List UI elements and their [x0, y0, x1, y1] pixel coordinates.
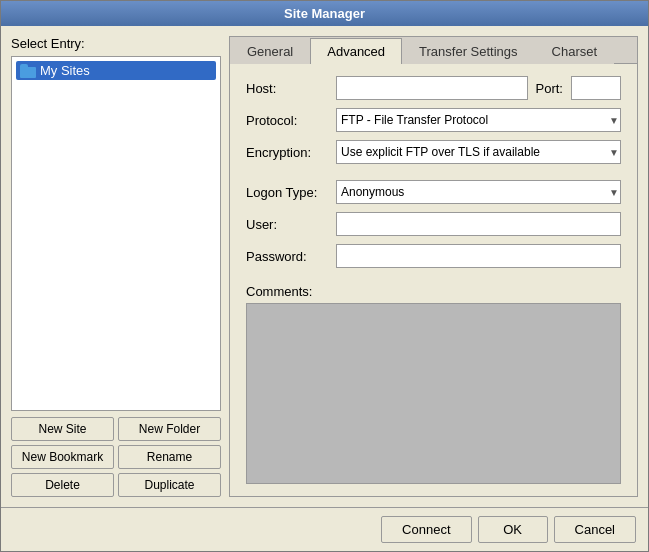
encryption-label: Encryption:: [246, 145, 336, 160]
button-grid: New Site New Folder New Bookmark Rename …: [11, 417, 221, 497]
window-title: Site Manager: [284, 6, 365, 21]
encryption-select[interactable]: Use explicit FTP over TLS if available: [336, 140, 621, 164]
tree-area[interactable]: My Sites: [11, 56, 221, 411]
select-entry-label: Select Entry:: [11, 36, 221, 51]
right-panel: General Advanced Transfer Settings Chars…: [229, 36, 638, 497]
logon-type-label: Logon Type:: [246, 185, 336, 200]
my-sites-label: My Sites: [40, 63, 90, 78]
logon-type-select[interactable]: Anonymous: [336, 180, 621, 204]
port-label: Port:: [536, 81, 563, 96]
tab-transfer-settings[interactable]: Transfer Settings: [402, 38, 535, 64]
host-input[interactable]: [336, 76, 528, 100]
site-manager-window: Site Manager Select Entry: My Sites New …: [0, 0, 649, 552]
rename-button[interactable]: Rename: [118, 445, 221, 469]
user-row: User:: [246, 212, 621, 236]
encryption-wrapper: Use explicit FTP over TLS if available ▼: [336, 140, 621, 164]
protocol-row: Protocol: FTP - File Transfer Protocol ▼: [246, 108, 621, 132]
new-folder-button[interactable]: New Folder: [118, 417, 221, 441]
cancel-button[interactable]: Cancel: [554, 516, 636, 543]
new-bookmark-button[interactable]: New Bookmark: [11, 445, 114, 469]
password-input[interactable]: [336, 244, 621, 268]
password-row: Password:: [246, 244, 621, 268]
tab-charset[interactable]: Charset: [535, 38, 615, 64]
separator-1: [246, 172, 621, 180]
content-area: Select Entry: My Sites New Site New Fold…: [1, 26, 648, 507]
protocol-wrapper: FTP - File Transfer Protocol ▼: [336, 108, 621, 132]
port-input[interactable]: [571, 76, 621, 100]
logon-type-row: Logon Type: Anonymous ▼: [246, 180, 621, 204]
host-row: Host: Port:: [246, 76, 621, 100]
encryption-row: Encryption: Use explicit FTP over TLS if…: [246, 140, 621, 164]
logon-type-wrapper: Anonymous ▼: [336, 180, 621, 204]
footer: Connect OK Cancel: [1, 507, 648, 551]
user-label: User:: [246, 217, 336, 232]
ok-button[interactable]: OK: [478, 516, 548, 543]
tab-advanced[interactable]: Advanced: [310, 38, 402, 64]
folder-icon: [20, 64, 36, 78]
separator-2: [246, 276, 621, 284]
new-site-button[interactable]: New Site: [11, 417, 114, 441]
comments-area[interactable]: [246, 303, 621, 484]
protocol-label: Protocol:: [246, 113, 336, 128]
my-sites-item[interactable]: My Sites: [16, 61, 216, 80]
duplicate-button[interactable]: Duplicate: [118, 473, 221, 497]
connect-button[interactable]: Connect: [381, 516, 471, 543]
delete-button[interactable]: Delete: [11, 473, 114, 497]
left-panel: Select Entry: My Sites New Site New Fold…: [11, 36, 221, 497]
tabs: General Advanced Transfer Settings Chars…: [230, 37, 637, 64]
host-port-group: Port:: [336, 76, 621, 100]
tab-general[interactable]: General: [230, 38, 310, 64]
titlebar: Site Manager: [1, 1, 648, 26]
protocol-select[interactable]: FTP - File Transfer Protocol: [336, 108, 621, 132]
comments-label: Comments:: [246, 284, 621, 299]
host-label: Host:: [246, 81, 336, 96]
password-label: Password:: [246, 249, 336, 264]
user-input[interactable]: [336, 212, 621, 236]
form-area: Host: Port: Protocol: FTP - File Transfe…: [230, 64, 637, 496]
